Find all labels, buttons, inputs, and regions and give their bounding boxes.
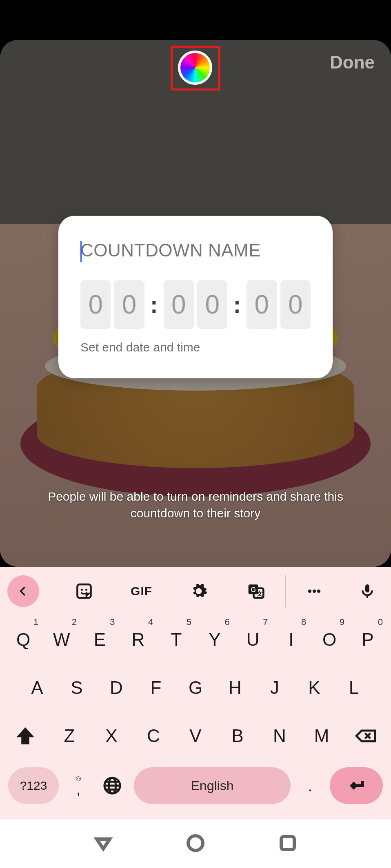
gif-button[interactable]: GIF bbox=[113, 575, 170, 607]
key-w[interactable]: W2 bbox=[44, 620, 79, 659]
colon-separator: : bbox=[231, 292, 243, 318]
key-f[interactable]: F bbox=[138, 668, 173, 707]
svg-point-2 bbox=[85, 589, 87, 591]
svg-text:文: 文 bbox=[256, 590, 263, 597]
colon-separator: : bbox=[148, 292, 160, 318]
key-j[interactable]: J bbox=[257, 668, 292, 707]
key-i[interactable]: I8 bbox=[273, 620, 309, 659]
symbols-key[interactable]: ?123 bbox=[8, 767, 59, 804]
digit-hour-ones: 0 bbox=[114, 280, 144, 329]
countdown-info-text: People will be able to turn on reminders… bbox=[0, 488, 391, 521]
key-h[interactable]: H bbox=[218, 668, 253, 707]
countdown-timer-display[interactable]: 0 0 : 0 0 : 0 0 bbox=[80, 280, 311, 329]
key-b[interactable]: B bbox=[220, 716, 255, 755]
translate-icon[interactable]: G文 bbox=[227, 575, 285, 607]
text-cursor bbox=[80, 241, 82, 262]
svg-rect-14 bbox=[281, 837, 294, 850]
key-n[interactable]: N bbox=[262, 716, 297, 755]
done-button[interactable]: Done bbox=[330, 52, 375, 73]
countdown-sticker-card[interactable]: 0 0 : 0 0 : 0 0 Set end date and time bbox=[58, 216, 333, 378]
key-r[interactable]: R4 bbox=[120, 620, 156, 659]
key-o[interactable]: O9 bbox=[312, 620, 347, 659]
nav-home-button[interactable] bbox=[186, 833, 205, 855]
shift-key[interactable] bbox=[6, 720, 45, 752]
svg-rect-10 bbox=[365, 584, 369, 592]
key-l[interactable]: L bbox=[336, 668, 371, 707]
key-z[interactable]: Z bbox=[52, 716, 87, 755]
key-m[interactable]: M bbox=[304, 716, 339, 755]
svg-point-9 bbox=[317, 590, 320, 593]
nav-recents-button[interactable] bbox=[278, 833, 298, 855]
color-picker-icon[interactable] bbox=[178, 51, 212, 85]
microphone-icon[interactable] bbox=[351, 583, 384, 599]
svg-point-7 bbox=[308, 590, 311, 593]
key-u[interactable]: U7 bbox=[235, 620, 271, 659]
spacebar-key[interactable]: English bbox=[134, 767, 291, 804]
digit-sec-ones: 0 bbox=[280, 280, 311, 329]
key-x[interactable]: X bbox=[94, 716, 129, 755]
digit-min-ones: 0 bbox=[197, 280, 227, 329]
period-key[interactable]: . bbox=[298, 777, 322, 795]
set-end-date-label[interactable]: Set end date and time bbox=[80, 340, 311, 354]
key-v[interactable]: V bbox=[178, 716, 213, 755]
svg-point-8 bbox=[313, 590, 316, 593]
nav-back-button[interactable] bbox=[93, 833, 113, 855]
digit-min-tens: 0 bbox=[164, 280, 194, 329]
enter-key[interactable] bbox=[330, 767, 383, 804]
key-e[interactable]: E3 bbox=[82, 620, 118, 659]
sticker-icon[interactable] bbox=[56, 575, 113, 607]
backspace-key[interactable] bbox=[346, 720, 385, 752]
svg-point-13 bbox=[188, 836, 203, 850]
countdown-name-input[interactable] bbox=[80, 240, 311, 261]
on-screen-keyboard: GIF G文 Q1W2E3R4T5Y6U7I8O9P0 ASDFGHJKL bbox=[0, 567, 391, 819]
key-d[interactable]: D bbox=[99, 668, 134, 707]
keyboard-collapse-button[interactable] bbox=[7, 575, 39, 607]
key-k[interactable]: K bbox=[297, 668, 332, 707]
key-g[interactable]: G bbox=[178, 668, 213, 707]
key-t[interactable]: T5 bbox=[159, 620, 194, 659]
key-a[interactable]: A bbox=[20, 668, 55, 707]
key-c[interactable]: C bbox=[136, 716, 171, 755]
digit-sec-tens: 0 bbox=[247, 280, 277, 329]
key-p[interactable]: P0 bbox=[350, 620, 385, 659]
digit-hour-tens: 0 bbox=[80, 280, 111, 329]
key-q[interactable]: Q1 bbox=[6, 620, 41, 659]
svg-text:G: G bbox=[251, 586, 256, 593]
language-switch-key[interactable] bbox=[98, 776, 127, 795]
comma-key[interactable]: ☺ , bbox=[66, 774, 91, 797]
settings-icon[interactable] bbox=[170, 575, 227, 607]
key-s[interactable]: S bbox=[59, 668, 94, 707]
android-navigation-bar bbox=[0, 819, 391, 868]
svg-rect-0 bbox=[78, 585, 91, 598]
key-y[interactable]: Y6 bbox=[197, 620, 232, 659]
svg-point-1 bbox=[81, 589, 83, 591]
more-icon[interactable] bbox=[286, 575, 343, 607]
